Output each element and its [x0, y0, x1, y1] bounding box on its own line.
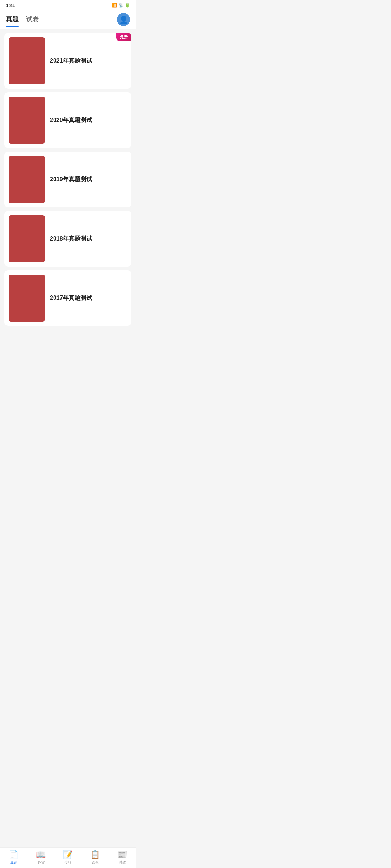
card-thumb-2021 — [9, 37, 45, 84]
tab-zhenti[interactable]: 真题 — [6, 15, 19, 27]
header: 真题 试卷 👤 — [0, 10, 136, 29]
card-info-2020: 2020年真题测试 — [50, 115, 127, 125]
card-info-2019: 2019年真题测试 — [50, 174, 127, 185]
card-thumb-2017 — [9, 275, 45, 322]
card-2020[interactable]: 2020年真题测试 — [4, 92, 131, 148]
card-info-2021: 2021年真题测试 — [50, 56, 127, 66]
avatar-icon: 👤 — [119, 15, 128, 24]
battery-icon: 🔋 — [125, 3, 130, 8]
avatar[interactable]: 👤 — [117, 13, 130, 26]
status-icons: 📶 📡 🔋 — [112, 3, 130, 8]
content: 2021年真题测试 免费 2020年真题测试 2019年真题测试 2018年真题… — [0, 29, 136, 329]
card-2018[interactable]: 2018年真题测试 — [4, 211, 131, 267]
wifi-icon: 📶 — [112, 3, 117, 8]
card-2021[interactable]: 2021年真题测试 免费 — [4, 33, 131, 89]
card-thumb-2020 — [9, 97, 45, 144]
card-title-2017: 2017年真题测试 — [50, 294, 127, 302]
status-time: 1:41 — [6, 3, 15, 8]
card-title-2021: 2021年真题测试 — [50, 57, 127, 65]
card-2019[interactable]: 2019年真题测试 — [4, 152, 131, 207]
card-2017[interactable]: 2017年真题测试 — [4, 270, 131, 326]
signal-icon: 📡 — [118, 3, 123, 8]
free-badge-2021: 免费 — [116, 33, 131, 41]
tab-shijuan[interactable]: 试卷 — [26, 15, 39, 27]
card-thumb-2019 — [9, 156, 45, 203]
status-bar: 1:41 📶 📡 🔋 — [0, 0, 136, 10]
card-info-2017: 2017年真题测试 — [50, 293, 127, 303]
card-info-2018: 2018年真题测试 — [50, 234, 127, 244]
card-title-2019: 2019年真题测试 — [50, 176, 127, 183]
card-title-2020: 2020年真题测试 — [50, 116, 127, 124]
card-title-2018: 2018年真题测试 — [50, 235, 127, 243]
card-thumb-2018 — [9, 215, 45, 262]
header-tabs: 真题 试卷 — [6, 15, 39, 27]
